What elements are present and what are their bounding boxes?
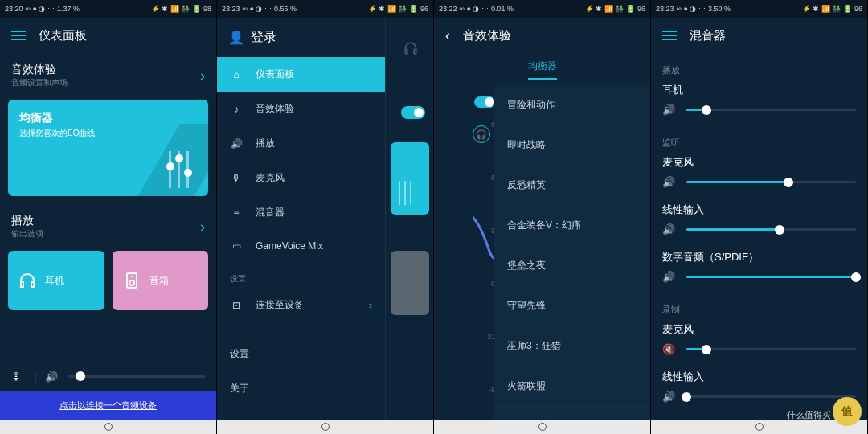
- screen-drawer: 23:23∞ ● ◑ ⋯0.55 % ⚡ ✱ 📶 👬 🔋96 👤 登录 ⌂仪表面…: [217, 0, 434, 434]
- mic-icon[interactable]: 🎙: [11, 371, 26, 383]
- nav-icon: ♪: [230, 104, 243, 115]
- chevron-right-icon: ›: [200, 219, 205, 235]
- play-section[interactable]: 播放 输出选项 ›: [0, 204, 216, 243]
- preset-item[interactable]: 冒险和动作: [494, 85, 650, 125]
- nav-icon: ≡: [230, 207, 243, 219]
- drawer-item[interactable]: ▭GameVoice Mix: [217, 230, 385, 262]
- mixer-item-label: 麦克风: [651, 150, 867, 173]
- drawer-item[interactable]: ♪音效体验: [217, 92, 385, 126]
- connect-label: 点击以连接一个音频设备: [59, 399, 157, 411]
- preset-item[interactable]: 守望先锋: [494, 286, 650, 326]
- nav-bar: [434, 420, 650, 434]
- settings-item[interactable]: 设置: [217, 337, 385, 371]
- bottom-controls: 🎙 | 🔊: [0, 362, 216, 391]
- screen-mixer: 23:23∞ ● ◑ ⋯3.50 % ⚡ ✱ 📶 👬 🔋96 混音器 播放耳机🔊…: [651, 0, 868, 434]
- volume-icon[interactable]: 🔊: [45, 371, 59, 383]
- bg-grey-card: [391, 251, 429, 315]
- mixer-item-label: 数字音频（S/PDIF）: [651, 245, 867, 268]
- eq-toggle[interactable]: [474, 96, 495, 108]
- screen-sound: 23:22∞ ● ◑ ⋯0.01 % ⚡ ✱ 📶 👬 🔋96 ‹ 音效体验 均衡…: [434, 0, 651, 434]
- preset-item[interactable]: 巫师3：狂猎: [494, 326, 650, 366]
- volume-slider[interactable]: [68, 375, 205, 378]
- mute-icon[interactable]: 🔇: [662, 343, 677, 355]
- drawer-item[interactable]: ⌂仪表面板: [217, 57, 385, 92]
- mixer-slider[interactable]: 🔊: [651, 173, 867, 198]
- drawer-item[interactable]: 🎙麦克风: [217, 161, 385, 195]
- mixer-group-label: 监听: [651, 125, 867, 150]
- svg-point-1: [129, 280, 134, 285]
- toggle-switch[interactable]: [401, 106, 425, 119]
- preset-menu: 冒险和动作即时战略反恐精英合金装备V：幻痛堡垒之夜守望先锋巫师3：狂猎火箭联盟王…: [494, 85, 650, 420]
- sound-section[interactable]: 音效体验 音频设置和声场 ›: [0, 53, 216, 92]
- page-title: 混音器: [690, 28, 726, 43]
- status-sys: ⚡ ✱ 📶 👬 🔋: [151, 5, 201, 13]
- page-title: 音效体验: [463, 28, 511, 43]
- menu-icon[interactable]: [662, 31, 677, 40]
- item-label: 连接至设备: [256, 298, 304, 312]
- mixer-slider[interactable]: 🔇: [651, 340, 867, 365]
- home-button[interactable]: [755, 423, 764, 431]
- nav-bar: [0, 420, 216, 434]
- equalizer-card[interactable]: 均衡器 选择您喜欢的EQ曲线: [8, 100, 208, 196]
- nav-bar: [651, 420, 867, 434]
- nav-drawer: 👤 登录 ⌂仪表面板♪音效体验🔊播放🎙麦克风≡混音器▭GameVoice Mix…: [217, 18, 386, 420]
- drawer-item[interactable]: 🔊播放: [217, 126, 385, 161]
- watermark-icon: 值: [833, 397, 862, 426]
- status-pct: 1.37 %: [57, 5, 80, 13]
- nav-icon: ⌂: [230, 69, 243, 80]
- mixer-item-label: 线性输入: [651, 198, 867, 220]
- screen-dashboard: 23:20 ∞ ● ◑ ⋯ 1.37 % ⚡ ✱ 📶 👬 🔋 98 仪表面板 音…: [0, 0, 217, 434]
- preset-item[interactable]: 反恐精英: [494, 166, 650, 206]
- preset-item[interactable]: 合金装备V：幻痛: [494, 206, 650, 246]
- chevron-right-icon: ›: [200, 68, 205, 84]
- item-label: 麦克风: [256, 171, 285, 185]
- settings-group: 设置: [217, 262, 385, 288]
- volume-icon[interactable]: 🔊: [662, 271, 677, 283]
- app-bar: 混音器: [651, 18, 867, 53]
- back-icon[interactable]: ‹: [445, 27, 450, 44]
- mixer-item-label: 耳机: [651, 78, 867, 100]
- connect-device-item[interactable]: ⊡ 连接至设备 ›: [217, 288, 385, 322]
- home-button[interactable]: [104, 423, 113, 431]
- home-button[interactable]: [538, 423, 547, 431]
- home-button[interactable]: [321, 423, 330, 431]
- connect-device-button[interactable]: 点击以连接一个音频设备: [0, 391, 216, 420]
- login-label: 登录: [251, 29, 276, 46]
- item-label: 混音器: [256, 206, 285, 219]
- svg-point-2: [131, 276, 133, 277]
- nav-icon: ▭: [230, 240, 243, 252]
- speaker-tile[interactable]: 音箱: [113, 251, 209, 310]
- section-title: 播放: [11, 214, 43, 228]
- item-label: 仪表面板: [256, 68, 294, 81]
- status-bar: 23:22∞ ● ◑ ⋯0.01 % ⚡ ✱ 📶 👬 🔋96: [434, 0, 650, 18]
- mixer-slider[interactable]: 🔊: [651, 220, 867, 245]
- bg-eq-card: [391, 142, 429, 215]
- item-label: GameVoice Mix: [256, 240, 323, 252]
- section-sub: 输出选项: [11, 228, 43, 240]
- mixer-slider[interactable]: 🔊: [651, 268, 867, 293]
- about-item[interactable]: 关于: [217, 371, 385, 406]
- status-bar: 23:20 ∞ ● ◑ ⋯ 1.37 % ⚡ ✱ 📶 👬 🔋 98: [0, 0, 216, 18]
- tile-label: 耳机: [45, 274, 64, 288]
- volume-icon[interactable]: 🔊: [662, 391, 677, 403]
- menu-icon[interactable]: [11, 31, 26, 40]
- page-title: 仪表面板: [39, 28, 87, 43]
- tab-equalizer[interactable]: 均衡器: [528, 59, 557, 80]
- preset-item[interactable]: 即时战略: [494, 125, 650, 166]
- tile-label: 音箱: [149, 274, 169, 288]
- eq-sliders-icon: [169, 151, 189, 188]
- mixer-group-label: 播放: [651, 53, 867, 78]
- headphone-icon: [18, 271, 37, 290]
- volume-icon[interactable]: 🔊: [662, 223, 677, 235]
- mixer-slider[interactable]: 🔊: [651, 100, 867, 125]
- volume-icon[interactable]: 🔊: [662, 104, 677, 116]
- drawer-item[interactable]: ≡混音器: [217, 195, 385, 230]
- login-item[interactable]: 👤 登录: [217, 18, 385, 57]
- volume-icon[interactable]: 🔊: [662, 176, 677, 188]
- nav-icon: 🎙: [230, 173, 243, 184]
- headphone-tile[interactable]: 耳机: [8, 251, 104, 310]
- preset-item[interactable]: 火箭联盟: [494, 366, 650, 407]
- status-bar: 23:23∞ ● ◑ ⋯3.50 % ⚡ ✱ 📶 👬 🔋96: [651, 0, 867, 18]
- preset-item[interactable]: 堡垒之夜: [494, 246, 650, 286]
- status-bar: 23:23∞ ● ◑ ⋯0.55 % ⚡ ✱ 📶 👬 🔋96: [217, 0, 433, 18]
